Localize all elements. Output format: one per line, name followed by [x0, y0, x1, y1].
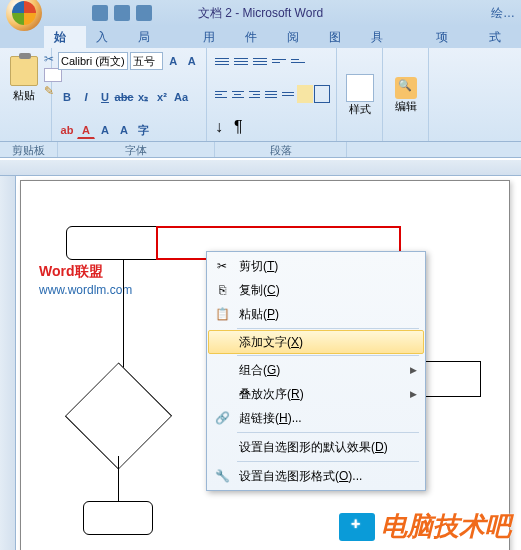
- superscript-button[interactable]: x²: [153, 88, 171, 106]
- site-watermark: 电脑技术吧: [339, 509, 511, 544]
- styles-gallery-button[interactable]: [346, 74, 374, 102]
- qat-undo-icon[interactable]: [114, 5, 130, 21]
- context-menu-item-设置自选图形的默认效果[interactable]: 设置自选图形的默认效果(D): [209, 435, 423, 459]
- italic-button[interactable]: I: [77, 88, 95, 106]
- qat-save-icon[interactable]: [92, 5, 108, 21]
- grow-font-button[interactable]: A: [165, 52, 182, 70]
- find-button[interactable]: [395, 77, 417, 99]
- context-menu-label: 超链接(H)...: [239, 410, 302, 427]
- font-size-combo[interactable]: 五号: [130, 52, 163, 70]
- vertical-ruler[interactable]: [0, 176, 16, 550]
- contextual-tab-hint: 绘…: [491, 5, 515, 22]
- blank-icon: [213, 438, 231, 456]
- font-color-button[interactable]: A: [77, 121, 95, 139]
- font-group-label: 字体: [58, 142, 215, 157]
- font-name-combo[interactable]: Calibri (西文): [58, 52, 128, 70]
- shrink-font-button[interactable]: A: [183, 52, 200, 70]
- quick-access-toolbar: [92, 5, 152, 21]
- watermark-line2: www.wordlm.com: [39, 283, 132, 297]
- clipboard-group-label: 剪贴板: [0, 142, 58, 157]
- flowchart-rounded-rect-2[interactable]: [83, 501, 153, 535]
- context-menu-item-超链接[interactable]: 🔗超链接(H)...: [209, 406, 423, 430]
- context-menu-label: 设置自选图形格式(O)...: [239, 468, 362, 485]
- group-clipboard: 粘贴 ✂ ✎: [0, 48, 52, 141]
- submenu-arrow-icon: ▶: [410, 365, 417, 375]
- indent-dec-button[interactable]: [270, 52, 288, 70]
- ribbon-tabs: 开始插入页面布局引用邮件审阅视图开发工具加载项格式: [0, 26, 521, 48]
- ribbon: 粘贴 ✂ ✎ Calibri (西文) 五号 A A B I U abc x₂ …: [0, 48, 521, 142]
- flowchart-decision-diamond[interactable]: [66, 376, 171, 456]
- char-border-button[interactable]: A: [115, 121, 133, 139]
- borders-button[interactable]: [314, 85, 330, 103]
- sort-button[interactable]: ↓: [213, 118, 231, 136]
- context-menu-item-添加文字[interactable]: 添加文字(X): [208, 330, 424, 354]
- copy-icon: ⎘: [213, 281, 231, 299]
- format-icon: 🔧: [213, 467, 231, 485]
- qat-redo-icon[interactable]: [136, 5, 152, 21]
- site-watermark-text: 电脑技术吧: [381, 509, 511, 544]
- horizontal-ruler[interactable]: [0, 160, 521, 176]
- align-left-button[interactable]: [213, 85, 229, 103]
- strike-button[interactable]: abc: [115, 88, 133, 106]
- paste-icon: [10, 56, 38, 86]
- context-menu-item-设置自选图形格式[interactable]: 🔧设置自选图形格式(O)...: [209, 464, 423, 488]
- window-title: 文档 2 - Microsoft Word: [198, 5, 323, 22]
- shading-button[interactable]: [297, 85, 313, 103]
- title-bar: 文档 2 - Microsoft Word 绘…: [0, 0, 521, 26]
- show-marks-button[interactable]: ¶: [232, 118, 250, 136]
- context-menu-label: 叠放次序(R): [239, 386, 304, 403]
- ribbon-group-labels: 剪贴板 字体 段落: [0, 142, 521, 158]
- link-icon: 🔗: [213, 409, 231, 427]
- phonetic-button[interactable]: 字: [134, 121, 152, 139]
- paste-icon: 📋: [213, 305, 231, 323]
- group-paragraph: ↓ ¶: [207, 48, 337, 141]
- blank-icon: [213, 333, 231, 351]
- context-menu: ✂剪切(T)⎘复制(C)📋粘贴(P)添加文字(X)组合(G)▶叠放次序(R)▶🔗…: [206, 251, 426, 491]
- flowchart-connector-2[interactable]: [118, 456, 119, 501]
- align-center-button[interactable]: [230, 85, 246, 103]
- subscript-button[interactable]: x₂: [134, 88, 152, 106]
- context-menu-item-粘贴[interactable]: 📋粘贴(P): [209, 302, 423, 326]
- numbering-button[interactable]: [232, 52, 250, 70]
- submenu-arrow-icon: ▶: [410, 389, 417, 399]
- align-right-button[interactable]: [247, 85, 263, 103]
- context-menu-item-组合[interactable]: 组合(G)▶: [209, 358, 423, 382]
- site-logo-icon: [339, 513, 375, 541]
- blank-icon: [213, 385, 231, 403]
- context-menu-label: 剪切(T): [239, 258, 278, 275]
- indent-inc-button[interactable]: [289, 52, 307, 70]
- document-area: Word联盟 www.wordlm.com ✂剪切(T)⎘复制(C)📋粘贴(P)…: [0, 160, 521, 550]
- underline-button[interactable]: U: [96, 88, 114, 106]
- context-menu-item-复制[interactable]: ⎘复制(C): [209, 278, 423, 302]
- context-menu-label: 粘贴(P): [239, 306, 279, 323]
- group-editing: 编辑: [383, 48, 429, 141]
- watermark-line1: Word联盟: [39, 263, 103, 279]
- paste-label: 粘贴: [13, 88, 35, 103]
- blank-icon: [213, 361, 231, 379]
- group-font: Calibri (西文) 五号 A A B I U abc x₂ x² Aa a…: [52, 48, 207, 141]
- paste-button[interactable]: 粘贴: [6, 52, 42, 107]
- context-menu-label: 添加文字(X): [239, 334, 303, 351]
- context-menu-item-剪切[interactable]: ✂剪切(T): [209, 254, 423, 278]
- flowchart-connector-1[interactable]: [123, 260, 124, 376]
- context-menu-label: 设置自选图形的默认效果(D): [239, 439, 388, 456]
- change-case-button[interactable]: Aa: [172, 88, 190, 106]
- char-shading-button[interactable]: A: [96, 121, 114, 139]
- styles-label: 样式: [349, 102, 371, 117]
- doc-watermark: Word联盟 www.wordlm.com: [39, 263, 132, 297]
- bold-button[interactable]: B: [58, 88, 76, 106]
- line-spacing-button[interactable]: [280, 85, 296, 103]
- highlight-button[interactable]: ab: [58, 121, 76, 139]
- editing-label: 编辑: [395, 99, 417, 114]
- multilevel-button[interactable]: [251, 52, 269, 70]
- document-page[interactable]: Word联盟 www.wordlm.com ✂剪切(T)⎘复制(C)📋粘贴(P)…: [20, 180, 510, 550]
- group-styles: 样式: [337, 48, 383, 141]
- cut-icon: ✂: [213, 257, 231, 275]
- bullets-button[interactable]: [213, 52, 231, 70]
- justify-button[interactable]: [263, 85, 279, 103]
- paragraph-group-label: 段落: [215, 142, 347, 157]
- context-menu-label: 复制(C): [239, 282, 280, 299]
- context-menu-item-叠放次序[interactable]: 叠放次序(R)▶: [209, 382, 423, 406]
- context-menu-label: 组合(G): [239, 362, 280, 379]
